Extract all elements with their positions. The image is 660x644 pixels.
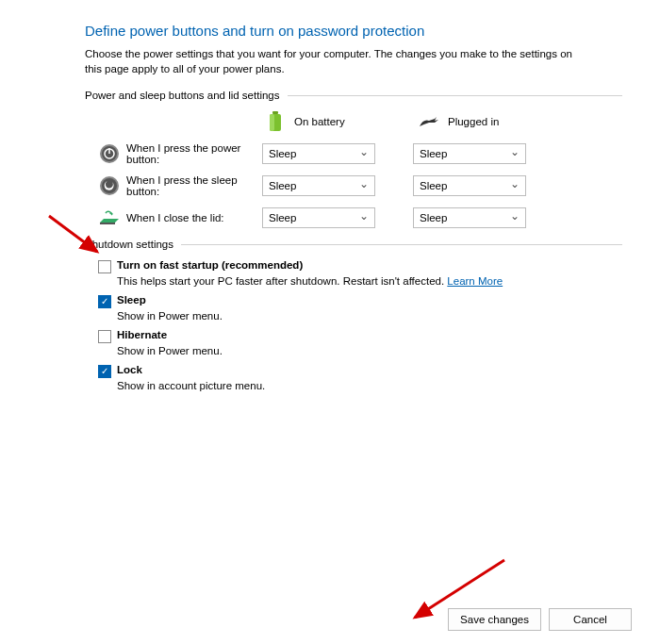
select-power-button-battery[interactable]: Sleep xyxy=(262,143,375,164)
learn-more-link[interactable]: Learn More xyxy=(447,275,503,287)
checkbox-hibernate[interactable] xyxy=(98,330,111,343)
label-hibernate: Hibernate xyxy=(111,329,167,340)
page-description: Choose the power settings that you want … xyxy=(85,46,575,76)
select-power-button-plugged[interactable]: Sleep xyxy=(413,143,526,164)
select-sleep-button-plugged[interactable]: Sleep xyxy=(413,175,526,196)
svg-rect-0 xyxy=(272,111,278,114)
sub-sleep: Show in Power menu. xyxy=(98,310,622,322)
row-sleep-button-label: When I press the sleep button: xyxy=(121,174,262,197)
divider xyxy=(181,244,622,245)
page-title: Define power buttons and turn on passwor… xyxy=(85,23,622,39)
row-close-lid: When I close the lid: Sleep Sleep xyxy=(85,206,622,229)
cancel-button[interactable]: Cancel xyxy=(549,608,632,631)
row-sleep-button: When I press the sleep button: Sleep Sle… xyxy=(85,174,622,197)
sleep-button-icon xyxy=(98,174,121,197)
section-shutdown-label: Shutdown settings xyxy=(85,239,181,250)
sub-fast-startup: This helps start your PC faster after sh… xyxy=(98,275,622,287)
sub-lock: Show in account picture menu. xyxy=(98,380,622,391)
checkbox-fast-startup[interactable] xyxy=(98,260,111,273)
label-fast-startup: Turn on fast startup (recommended) xyxy=(111,259,303,271)
column-header-battery: On battery xyxy=(294,116,345,127)
plug-icon xyxy=(418,110,440,133)
select-close-lid-battery[interactable]: Sleep xyxy=(262,207,375,228)
label-sleep: Sleep xyxy=(111,294,146,305)
checkbox-sleep[interactable]: ✓ xyxy=(98,295,111,308)
save-changes-button[interactable]: Save changes xyxy=(448,608,541,631)
row-close-lid-label: When I close the lid: xyxy=(121,212,262,223)
power-button-icon xyxy=(98,142,121,165)
battery-icon xyxy=(264,110,287,133)
select-close-lid-plugged[interactable]: Sleep xyxy=(413,207,526,228)
row-power-button: When I press the power button: Sleep Sle… xyxy=(85,142,622,165)
label-lock: Lock xyxy=(111,364,142,375)
svg-point-8 xyxy=(102,178,117,193)
section-power-sleep-label: Power and sleep buttons and lid settings xyxy=(85,90,288,101)
checkbox-lock[interactable]: ✓ xyxy=(98,365,111,378)
column-header-plugged: Plugged in xyxy=(448,116,499,127)
sub-hibernate: Show in Power menu. xyxy=(98,345,622,356)
svg-rect-2 xyxy=(270,114,274,131)
divider xyxy=(288,95,623,96)
select-sleep-button-battery[interactable]: Sleep xyxy=(262,175,375,196)
lid-icon xyxy=(98,206,121,229)
row-power-button-label: When I press the power button: xyxy=(121,142,262,165)
